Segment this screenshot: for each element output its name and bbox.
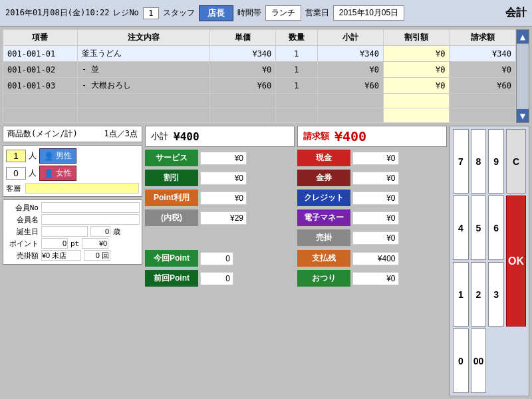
table-row[interactable]: 001-001-03 - 大根おろし ¥60 1 ¥60 ¥0 ¥60 (3, 78, 516, 94)
balance-button[interactable]: 支払残 (297, 250, 350, 267)
customer-layer-input[interactable] (25, 183, 139, 194)
current-point-value[interactable] (200, 252, 233, 265)
tax-button[interactable]: (内税) (145, 209, 198, 226)
cell-price: ¥340 (209, 46, 275, 62)
gift-amount[interactable] (352, 172, 399, 185)
charge-amount[interactable] (352, 231, 399, 245)
main-area: 項番 注文内容 単価 数量 小計 割引額 請求額 001-001-01 釜玉うど… (0, 27, 532, 399)
emoney-row: 電子マネー (297, 209, 448, 226)
discount-button[interactable]: 割引 (145, 170, 198, 186)
emoney-button[interactable]: 電子マネー (297, 209, 350, 226)
member-name-input[interactable] (41, 214, 140, 225)
numpad-panel: 7 8 9 C 4 5 6 OK 1 2 3 0 00 (450, 126, 529, 396)
th-bill: 請求額 (450, 30, 516, 46)
male-button[interactable]: 👤 男性 (39, 148, 76, 164)
num-8-button[interactable]: 8 (471, 129, 487, 194)
visit-count-input[interactable] (84, 250, 110, 261)
empty-row (3, 108, 516, 123)
num-7-button[interactable]: 7 (453, 129, 469, 194)
cash-amount[interactable] (352, 152, 399, 165)
th-discount: 割引額 (383, 30, 449, 46)
member-name-row: 会員名 (5, 214, 140, 225)
credit-button[interactable]: クレジット (297, 190, 350, 206)
account-label: 会計 (505, 6, 527, 20)
current-point-row: 今回Point (145, 250, 295, 267)
staff-name-button[interactable]: 店長 (199, 5, 233, 21)
birthday-input[interactable] (41, 226, 88, 237)
register-number: 1 (143, 7, 159, 19)
discount-amount[interactable] (200, 172, 247, 185)
service-amount[interactable] (200, 152, 247, 165)
num-9-button[interactable]: 9 (488, 129, 504, 194)
female-label: 女性 (56, 168, 72, 179)
table-scrollbar: ▲ ▼ (516, 29, 529, 123)
cell-subtotal: ¥0 (317, 62, 383, 78)
cell-discount: ¥0 (383, 46, 449, 62)
change-button[interactable]: おつり (297, 270, 350, 287)
clear-button[interactable]: C (506, 129, 526, 194)
num-spacer (488, 329, 504, 393)
credit-row: クレジット (297, 190, 448, 206)
service-button[interactable]: サービス (145, 150, 198, 166)
point-use-amount[interactable] (200, 192, 247, 205)
cell-bill: ¥0 (450, 62, 516, 78)
female-count-input[interactable] (6, 167, 26, 180)
th-qty: 数量 (276, 30, 317, 46)
num-6-button[interactable]: 6 (488, 196, 504, 260)
prev-point-value[interactable] (200, 272, 233, 285)
num-4-button[interactable]: 4 (453, 196, 469, 260)
charge-button[interactable]: 売掛 (297, 229, 350, 246)
credit-amount[interactable] (352, 192, 399, 205)
balance-amount[interactable] (352, 252, 399, 265)
scroll-up-button[interactable]: ▲ (517, 30, 529, 44)
table-row[interactable]: 001-001-01 釜玉うどん ¥340 1 ¥340 ¥0 ¥340 (3, 46, 516, 62)
male-count-input[interactable] (6, 150, 26, 162)
member-no-input[interactable] (41, 202, 140, 213)
tax-amount[interactable] (200, 211, 247, 225)
num-0-button[interactable]: 0 (453, 329, 469, 393)
ok-button[interactable]: OK (506, 196, 526, 327)
gift-row: 金券 (297, 170, 448, 186)
gift-button[interactable]: 金券 (297, 170, 350, 186)
cell-name: - 並 (77, 62, 209, 78)
charge-row: 売掛 (297, 229, 448, 246)
business-date-button[interactable]: 2015年10月05日 (333, 5, 404, 21)
point-use-row: Point利用 (145, 190, 295, 206)
prev-point-button[interactable]: 前回Point (145, 270, 198, 287)
female-row: 人 👤 女性 (6, 166, 139, 181)
num-1-button[interactable]: 1 (453, 262, 469, 327)
point-use-button[interactable]: Point利用 (145, 190, 198, 206)
prev-point-row: 前回Point (145, 270, 295, 287)
birthday-label: 誕生日 (5, 227, 39, 237)
current-point-button[interactable]: 今回Point (145, 250, 198, 267)
change-amount[interactable] (352, 272, 399, 285)
point-input[interactable] (41, 238, 68, 249)
member-name-label: 会員名 (5, 215, 39, 225)
scroll-down-button[interactable]: ▼ (517, 109, 529, 122)
male-row: 人 👤 男性 (6, 148, 139, 164)
sale-input[interactable] (41, 250, 81, 261)
point-unit: pt (70, 239, 79, 248)
age-input[interactable] (90, 226, 110, 237)
num-00-button[interactable]: 00 (471, 329, 487, 393)
time-zone-button[interactable]: ランチ (265, 5, 301, 21)
discount-row: 割引 (145, 170, 295, 186)
charge-spacer (145, 229, 295, 247)
point-yen-input[interactable] (82, 238, 108, 249)
cash-button[interactable]: 現金 (297, 150, 350, 166)
num-2-button[interactable]: 2 (471, 262, 487, 327)
cell-bill: ¥60 (450, 78, 516, 94)
birthday-row: 誕生日 歳 (5, 226, 140, 237)
cell-qty: 1 (276, 46, 317, 62)
num-5-button[interactable]: 5 (471, 196, 487, 260)
numpad: 7 8 9 C 4 5 6 OK 1 2 3 0 00 (450, 126, 529, 396)
emoney-amount[interactable] (352, 211, 399, 225)
cash-row: 現金 (297, 150, 448, 166)
table-row[interactable]: 001-001-02 - 並 ¥0 1 ¥0 ¥0 ¥0 (3, 62, 516, 78)
male-icon: 👤 (44, 152, 54, 161)
female-button[interactable]: 👤 女性 (39, 166, 76, 181)
num-3-button[interactable]: 3 (488, 262, 504, 327)
point-row: ポイント pt (5, 238, 140, 249)
cell-price: ¥0 (209, 62, 275, 78)
female-icon: 👤 (44, 169, 54, 178)
